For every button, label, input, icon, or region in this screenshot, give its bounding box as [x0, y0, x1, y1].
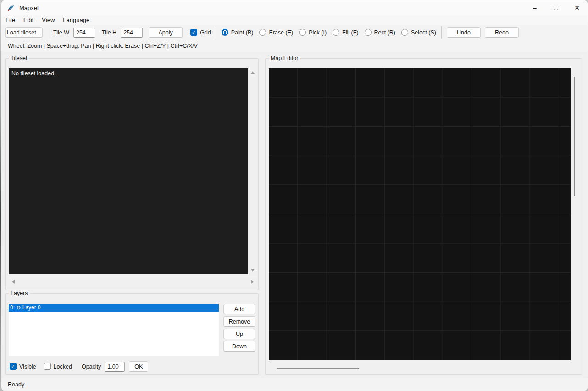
grid-label: Grid	[200, 29, 211, 36]
toolbar-separator	[441, 26, 442, 39]
radio-icon	[222, 29, 228, 36]
app-window: Mapxel – ✕ File Edit View Language Load …	[1, 0, 588, 391]
close-button[interactable]: ✕	[566, 0, 588, 15]
map-horizontal-scrollbar-thumb[interactable]	[277, 368, 359, 369]
scroll-left-icon[interactable]	[12, 280, 15, 284]
grid-checkbox[interactable]: ✓	[190, 29, 197, 36]
toolbar-separator	[216, 26, 216, 39]
opacity-input[interactable]	[105, 362, 125, 372]
window-controls: – ✕	[524, 0, 588, 15]
locked-checkbox-row[interactable]: Locked	[44, 363, 72, 370]
close-icon: ✕	[574, 4, 580, 11]
grid-checkbox-row[interactable]: ✓ Grid	[190, 29, 211, 36]
map-editor-panel: Map Editor	[265, 58, 582, 375]
tile-w-label: Tile W	[53, 29, 69, 36]
tile-h-input[interactable]	[121, 28, 143, 38]
layer-add-button[interactable]: Add	[223, 304, 255, 314]
map-editor-canvas[interactable]	[269, 68, 571, 360]
check-icon: ✓	[11, 364, 15, 369]
locked-checkbox[interactable]	[44, 363, 51, 370]
tool-select-label: Select (S)	[411, 29, 436, 36]
visible-checkbox-row[interactable]: ✓ Visible	[10, 363, 36, 370]
tile-w-input[interactable]	[73, 28, 95, 38]
app-logo-icon	[7, 4, 15, 12]
layers-panel-title: Layers	[9, 290, 30, 296]
maximize-button[interactable]	[545, 0, 566, 15]
tool-erase[interactable]: Erase (E)	[259, 29, 293, 36]
hint-row: Wheel: Zoom | Space+drag: Pan | Right cl…	[1, 40, 588, 52]
undo-button[interactable]: Undo	[447, 27, 481, 38]
tileset-horizontal-scrollbar[interactable]	[9, 278, 257, 285]
layer-remove-button[interactable]: Remove	[223, 316, 255, 327]
radio-icon	[365, 29, 372, 36]
toolbar: Load tileset... Tile W Tile H Apply ✓ Gr…	[1, 25, 588, 40]
layer-up-button[interactable]: Up	[223, 329, 255, 339]
layer-list[interactable]: 0: ⊚ Layer 0	[9, 304, 219, 356]
check-icon: ✓	[192, 30, 196, 35]
map-editor-panel-title: Map Editor	[269, 55, 300, 61]
minimize-icon: –	[533, 4, 537, 11]
scroll-up-icon[interactable]	[251, 71, 255, 74]
main-area: Tileset No tileset loaded. Layers 0: ⊚ L…	[1, 52, 588, 378]
apply-button[interactable]: Apply	[149, 27, 183, 38]
tool-paint-label: Paint (B)	[231, 29, 254, 36]
radio-icon	[259, 29, 266, 36]
tileset-canvas[interactable]: No tileset loaded.	[9, 68, 248, 274]
menu-file[interactable]: File	[1, 15, 19, 25]
tool-pick-label: Pick (I)	[309, 29, 327, 36]
layer-properties-row: ✓ Visible Locked Opacity OK	[10, 361, 254, 372]
redo-button[interactable]: Redo	[485, 27, 519, 38]
menu-edit[interactable]: Edit	[19, 15, 38, 25]
minimize-button[interactable]: –	[524, 0, 545, 15]
tool-fill[interactable]: Fill (F)	[333, 29, 358, 36]
tool-radio-group: Paint (B) Erase (E) Pick (I) Fill (F) Re…	[222, 29, 436, 36]
menu-view[interactable]: View	[38, 15, 59, 25]
tool-pick[interactable]: Pick (I)	[299, 29, 327, 36]
radio-icon	[401, 29, 408, 36]
layer-buttons: Add Remove Up Down	[223, 304, 255, 352]
visible-label: Visible	[19, 363, 36, 370]
layer-list-item[interactable]: 0: ⊚ Layer 0	[9, 304, 219, 312]
menu-language[interactable]: Language	[59, 15, 94, 25]
title-bar: Mapxel – ✕	[1, 0, 588, 15]
tileset-empty-text: No tileset loaded.	[11, 70, 56, 77]
status-bar: Ready	[1, 378, 588, 391]
toolbar-separator	[48, 26, 48, 39]
map-vertical-scrollbar-thumb[interactable]	[574, 77, 575, 196]
tool-rect[interactable]: Rect (R)	[365, 29, 396, 36]
tool-select[interactable]: Select (S)	[401, 29, 436, 36]
layers-panel: Layers 0: ⊚ Layer 0 Add Remove Up Down ✓…	[5, 293, 259, 375]
radio-icon	[333, 29, 339, 36]
window-title: Mapxel	[19, 5, 39, 11]
status-text: Ready	[8, 381, 24, 388]
tileset-panel-title: Tileset	[9, 55, 29, 61]
layer-down-button[interactable]: Down	[223, 341, 255, 352]
maximize-icon	[554, 6, 558, 10]
scroll-down-icon[interactable]	[251, 269, 255, 272]
tileset-panel: Tileset No tileset loaded.	[5, 58, 259, 290]
visible-checkbox[interactable]: ✓	[10, 363, 17, 370]
tool-paint[interactable]: Paint (B)	[222, 29, 254, 36]
radio-icon	[299, 29, 306, 36]
tile-h-label: Tile H	[102, 29, 116, 36]
scroll-right-icon[interactable]	[251, 280, 254, 284]
locked-label: Locked	[54, 363, 72, 370]
tool-fill-label: Fill (F)	[342, 29, 358, 36]
tileset-vertical-scrollbar[interactable]	[249, 68, 257, 274]
menu-bar: File Edit View Language	[1, 15, 588, 25]
opacity-ok-button[interactable]: OK	[129, 361, 148, 372]
shortcut-hints: Wheel: Zoom | Space+drag: Pan | Right cl…	[8, 43, 198, 49]
load-tileset-button[interactable]: Load tileset...	[5, 27, 43, 38]
tool-rect-label: Rect (R)	[374, 29, 396, 36]
opacity-label: Opacity	[82, 363, 101, 370]
tool-erase-label: Erase (E)	[269, 29, 293, 36]
